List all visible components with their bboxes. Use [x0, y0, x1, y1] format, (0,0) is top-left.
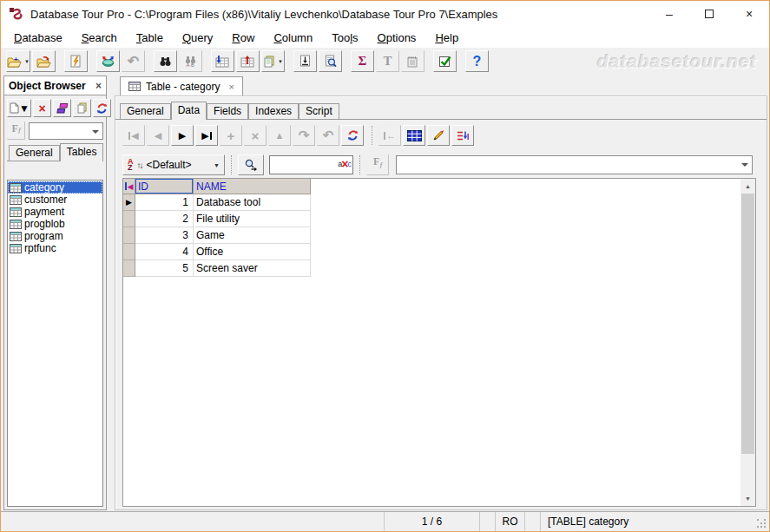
data-filter-button[interactable]: Ff	[366, 154, 389, 175]
print-data-button[interactable]	[293, 50, 317, 72]
sort-order-combobox[interactable]: AZ ↑↓ <Default> ▼	[122, 154, 225, 175]
menu-row[interactable]: Row	[222, 29, 264, 47]
grid-cell-name[interactable]: Office	[194, 244, 311, 260]
grid-cell-name[interactable]: Database tool	[194, 194, 311, 211]
close-database-button[interactable]	[32, 50, 56, 72]
refresh-data-button[interactable]	[341, 125, 364, 146]
list-item-customer[interactable]: customer	[8, 194, 102, 206]
copy-button[interactable]: ▼	[261, 50, 285, 72]
column-header-name[interactable]: NAME	[194, 179, 311, 194]
status-panel-spacer	[479, 512, 495, 531]
grid-cell-name[interactable]: Game	[194, 227, 311, 244]
minimize-button[interactable]: –	[649, 1, 689, 27]
open-database-button[interactable]: + ▼	[6, 50, 30, 72]
post-edit-button[interactable]: ↷	[293, 125, 315, 146]
last-record-button[interactable]: ▶	[195, 125, 218, 146]
tab-general[interactable]: General	[120, 103, 171, 119]
resize-grip[interactable]	[756, 518, 767, 529]
export-data-button[interactable]	[236, 50, 260, 72]
edit-cell-button[interactable]	[427, 125, 450, 146]
print-preview-button[interactable]	[319, 50, 342, 72]
prior-record-button[interactable]: ◀	[147, 125, 169, 146]
grid-cell-id[interactable]: 3	[135, 227, 194, 244]
text-view-button[interactable]: T	[376, 50, 399, 72]
menu-tools[interactable]: Tools	[322, 29, 367, 47]
list-item-category[interactable]: category	[8, 181, 102, 194]
list-item-progblob[interactable]: progblob	[8, 218, 102, 230]
menu-search[interactable]: Search	[72, 29, 127, 47]
delete-record-button[interactable]: ×	[244, 125, 267, 146]
sql-file-icon	[69, 55, 82, 68]
database-objects-button[interactable]	[53, 99, 71, 117]
scrollbar-thumb[interactable]	[741, 194, 754, 454]
grid-cell-id[interactable]: 1	[135, 194, 194, 211]
tab-table-category[interactable]: Table - category ×	[120, 76, 243, 95]
tab-data[interactable]: Data	[171, 102, 207, 120]
next-record-button[interactable]: ▶	[171, 125, 194, 146]
insert-record-button[interactable]: +	[220, 125, 242, 146]
locate-button[interactable]	[238, 154, 264, 175]
document-tab-close-icon[interactable]: ×	[228, 82, 234, 92]
cancel-edit-button[interactable]: ↶	[317, 125, 339, 146]
grid-row-4: 4 Office	[123, 244, 311, 260]
svg-text:A·B: A·B	[186, 62, 194, 68]
list-item-program[interactable]: program	[8, 230, 102, 242]
resort-button[interactable]	[451, 125, 474, 146]
tab-script[interactable]: Script	[299, 103, 339, 119]
tab-general-sidebar[interactable]: General	[9, 145, 60, 161]
table-panel: General Data Fields Indexes Script ◀ ◀ ▶…	[115, 95, 767, 510]
menu-table[interactable]: Table	[127, 29, 173, 47]
filter-expression-combobox[interactable]	[396, 155, 753, 174]
menu-database[interactable]: Database	[4, 29, 72, 47]
tab-indexes[interactable]: Indexes	[248, 103, 299, 119]
grid-cell-id[interactable]: 4	[135, 244, 194, 260]
menu-options[interactable]: Options	[368, 29, 426, 47]
import-data-button[interactable]	[211, 50, 234, 72]
menu-help[interactable]: Help	[425, 29, 468, 47]
grid-view-button[interactable]	[403, 125, 425, 146]
close-button[interactable]: ×	[729, 1, 769, 27]
vertical-scrollbar[interactable]: ▲ ▼	[740, 179, 755, 506]
main-area: Table - category × General Data Fields I…	[115, 76, 767, 510]
first-record-button[interactable]: ◀	[122, 125, 145, 146]
replace-button[interactable]: A·B	[179, 50, 202, 72]
table-icon	[10, 232, 22, 241]
copy-dropdown-icon[interactable]: ▼	[278, 59, 283, 64]
collapse-columns-button[interactable]: ←	[378, 125, 401, 146]
validate-button[interactable]	[433, 50, 457, 72]
aggregate-button[interactable]: Σ	[351, 50, 374, 72]
object-filter-button[interactable]: Ff	[7, 122, 25, 140]
refresh-objects-button[interactable]	[93, 99, 111, 117]
grid-cell-id[interactable]: 2	[135, 211, 194, 227]
sort-dropdown-icon[interactable]: ▼	[214, 162, 220, 168]
menu-column[interactable]: Column	[264, 29, 322, 47]
new-object-button[interactable]: ▼	[7, 99, 31, 117]
tab-fields[interactable]: Fields	[207, 103, 248, 119]
scroll-down-icon[interactable]: ▼	[740, 491, 755, 506]
help-button[interactable]: ?	[465, 50, 489, 72]
grid-cell-id[interactable]: 5	[135, 260, 194, 277]
rollback-button[interactable]: ↶	[122, 50, 145, 72]
sql-editor-button[interactable]	[64, 50, 88, 72]
log-button[interactable]	[401, 50, 424, 72]
object-filter-combobox[interactable]	[29, 122, 103, 140]
current-object-label: [TABLE] category	[540, 512, 769, 531]
edit-record-button[interactable]: ▲	[268, 125, 291, 146]
open-dropdown-icon[interactable]: ▼	[24, 59, 30, 64]
find-button[interactable]	[154, 50, 177, 72]
list-item-rptfunc[interactable]: rptfunc	[8, 242, 102, 254]
new-object-dropdown-icon[interactable]: ▼	[19, 102, 30, 115]
reopen-dataset-button[interactable]	[96, 50, 120, 72]
delete-object-button[interactable]: ×	[33, 99, 51, 117]
column-header-id[interactable]: ID	[135, 179, 194, 194]
grid-cell-name[interactable]: Screen saver	[194, 260, 311, 277]
tab-tables-sidebar[interactable]: Tables	[60, 143, 104, 161]
scroll-up-icon[interactable]: ▲	[740, 179, 755, 194]
object-browser-close-icon[interactable]: ×	[95, 80, 102, 92]
clear-search-icon[interactable]: a×c	[338, 159, 352, 169]
menu-query[interactable]: Query	[173, 29, 222, 47]
maximize-button[interactable]	[689, 1, 729, 27]
grid-cell-name[interactable]: File utility	[194, 211, 311, 227]
list-item-payment[interactable]: payment	[8, 206, 102, 218]
copy-object-button[interactable]	[73, 99, 91, 117]
